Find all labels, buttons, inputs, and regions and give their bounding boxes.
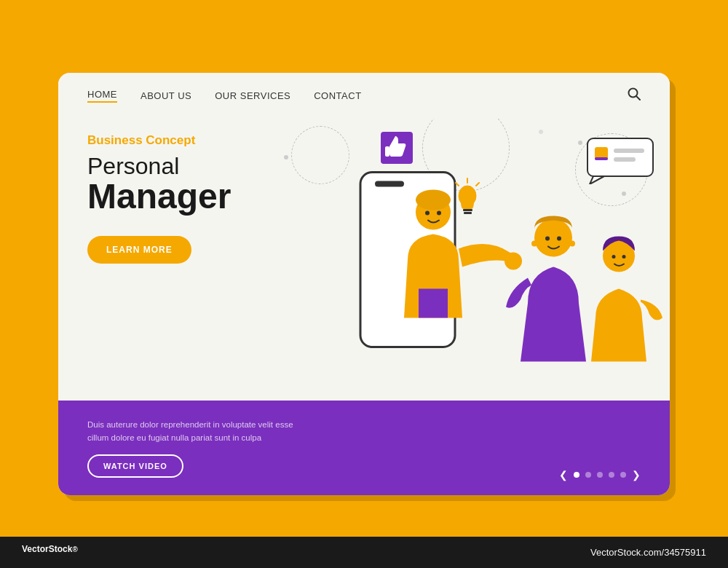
- illustration: [248, 119, 670, 401]
- vectorstock-url: VectorStock.com/34575911: [590, 547, 706, 558]
- nav-about[interactable]: ABOUT US: [141, 90, 191, 101]
- vectorstock-logo: VectorStock®: [22, 544, 78, 561]
- navbar: HOME ABOUT US OUR SERVICES CONTACT: [58, 73, 670, 119]
- svg-marker-5: [590, 176, 604, 184]
- svg-point-19: [416, 190, 451, 210]
- pagination-dot-1[interactable]: [574, 472, 579, 478]
- svg-point-20: [505, 253, 522, 270]
- svg-point-27: [569, 241, 575, 247]
- svg-rect-14: [463, 209, 472, 211]
- pagination-prev[interactable]: ❮: [559, 469, 568, 481]
- svg-rect-15: [464, 212, 472, 214]
- thumbs-up-icon: [375, 126, 419, 173]
- pagination-dot-3[interactable]: [597, 472, 603, 478]
- svg-rect-7: [614, 157, 636, 162]
- svg-point-26: [531, 241, 537, 247]
- bottom-text-area: Duis auterure dolor reprehenderit in vol…: [87, 418, 641, 478]
- svg-rect-3: [385, 146, 389, 157]
- svg-point-24: [545, 237, 550, 241]
- hero-tag: Business Concept: [87, 133, 291, 148]
- nav-services[interactable]: OUR SERVICES: [215, 90, 290, 101]
- nav-home[interactable]: HOME: [87, 89, 117, 103]
- svg-rect-6: [614, 149, 644, 153]
- pagination: ❮ ❯: [559, 469, 641, 481]
- svg-point-21: [425, 211, 430, 216]
- search-icon[interactable]: [628, 87, 641, 104]
- lightbulb-icon: [451, 177, 484, 220]
- pagination-dot-5[interactable]: [620, 472, 626, 478]
- bottom-description: Duis auterure dolor reprehenderit in vol…: [87, 418, 335, 445]
- nav-links: HOME ABOUT US OUR SERVICES CONTACT: [87, 89, 362, 103]
- pagination-next[interactable]: ❯: [632, 469, 641, 481]
- hero-text: Business Concept Personal Manager LEARN …: [87, 126, 291, 264]
- pagination-dot-4[interactable]: [609, 472, 614, 478]
- hero-bottom: Duis auterure dolor reprehenderit in vol…: [58, 401, 670, 495]
- svg-point-22: [437, 211, 441, 216]
- watch-video-button[interactable]: WATCH VIDEO: [87, 454, 183, 478]
- hero-title-line1: Personal: [87, 154, 291, 179]
- nav-contact[interactable]: CONTACT: [314, 90, 361, 101]
- svg-line-12: [456, 183, 459, 186]
- page-wrapper: HOME ABOUT US OUR SERVICES CONTACT Busin…: [58, 73, 670, 495]
- pagination-dot-2[interactable]: [585, 472, 591, 478]
- svg-rect-17: [375, 181, 404, 187]
- hero-top: Business Concept Personal Manager LEARN …: [58, 119, 670, 401]
- svg-rect-9: [595, 157, 608, 160]
- learn-more-button[interactable]: LEARN MORE: [87, 236, 191, 264]
- svg-point-30: [622, 255, 626, 259]
- chat-icon: [586, 137, 659, 187]
- svg-line-11: [476, 183, 479, 186]
- vectorstock-footer: VectorStock® VectorStock.com/34575911: [0, 537, 728, 568]
- svg-point-25: [557, 237, 561, 241]
- svg-line-1: [636, 96, 640, 100]
- hero-title-line2: Manager: [87, 179, 291, 214]
- main-content: Business Concept Personal Manager LEARN …: [58, 119, 670, 495]
- svg-point-29: [612, 255, 616, 259]
- svg-point-23: [534, 219, 572, 257]
